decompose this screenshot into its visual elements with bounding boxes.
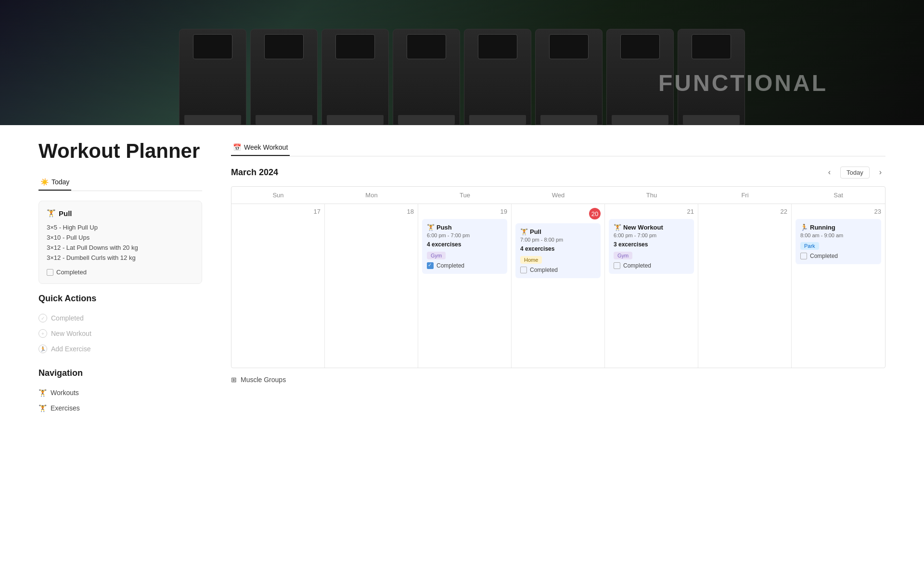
quick-action-add-exercise-label: Add Exercise [51, 345, 90, 353]
main-content: Workout Planner ☀️ Today 🏋 Pull 3×5 - Hi… [0, 125, 924, 416]
left-panel: Workout Planner ☀️ Today 🏋 Pull 3×5 - Hi… [38, 125, 221, 416]
calendar-days-header: Sun Mon Tue Wed Thu Fri Sat [231, 187, 885, 204]
calendar-prev-button[interactable]: ‹ [824, 166, 834, 179]
cell-date-21: 21 [609, 208, 694, 215]
cell-date-20: 20 [589, 208, 601, 219]
event-push[interactable]: 🏋 Push 6:00 pm - 7:00 pm 4 excercises Gy… [422, 219, 507, 274]
day-header-fri: Fri [698, 187, 792, 204]
muscle-groups-section[interactable]: ⊞ Muscle Groups [231, 376, 886, 384]
event-running-title: 🏃 Running [800, 224, 876, 231]
event-new-workout-excercises: 3 excercises [614, 241, 689, 248]
page-title: Workout Planner [38, 140, 202, 163]
calendar-next-button[interactable]: › [875, 166, 886, 179]
nav-exercises[interactable]: 🏋 Exercises [38, 400, 202, 416]
treadmill-4 [393, 29, 460, 125]
workout-completed-label: Completed [56, 269, 87, 276]
event-running-tag: Park [800, 242, 819, 250]
exercise-2: 3×10 - Pull Ups [47, 232, 194, 243]
quick-action-new-workout-label: New Workout [51, 330, 91, 337]
event-new-workout-completed-row[interactable]: Completed [614, 262, 689, 269]
event-new-workout-completed-label: Completed [623, 262, 651, 269]
workout-card-title: 🏋 Pull [47, 209, 194, 218]
day-header-thu: Thu [605, 187, 698, 204]
exercise-3: 3×12 - Lat Pull Downs with 20 kg [47, 243, 194, 253]
event-pull-completed-checkbox[interactable] [520, 267, 527, 273]
cell-date-22: 22 [702, 208, 787, 215]
event-running-completed-checkbox[interactable] [800, 253, 807, 259]
calendar-cell-sat: 23 🏃 Running 8:00 am - 9:00 am Park Comp… [792, 204, 885, 368]
tab-today[interactable]: ☀️ Today [38, 174, 71, 191]
event-pull[interactable]: 🏋 Pull 7:00 pm - 8:00 pm 4 excercises Ho… [515, 223, 601, 278]
calendar-grid: Sun Mon Tue Wed Thu Fri Sat 17 18 [231, 186, 886, 368]
day-header-sat: Sat [792, 187, 885, 204]
event-running-completed-row[interactable]: Completed [800, 253, 876, 259]
day-header-mon: Mon [325, 187, 418, 204]
event-running-completed-label: Completed [810, 253, 838, 259]
quick-action-new-workout[interactable]: + New Workout [38, 326, 202, 341]
quick-action-completed[interactable]: ✓ Completed [38, 310, 202, 326]
cell-date-23: 23 [796, 208, 881, 215]
calendar-cell-tue: 19 🏋 Push 6:00 pm - 7:00 pm 4 excercises… [418, 204, 512, 368]
nav-exercises-label: Exercises [51, 404, 80, 412]
quick-action-completed-label: Completed [51, 314, 84, 322]
treadmill-1 [179, 29, 246, 125]
tab-week-workout[interactable]: 📅 Week Workout [231, 140, 290, 156]
today-workout-card: 🏋 Pull 3×5 - High Pull Up 3×10 - Pull Up… [38, 201, 202, 284]
event-push-completed-checkbox[interactable] [427, 262, 434, 269]
treadmill-5 [464, 29, 531, 125]
day-header-tue: Tue [418, 187, 512, 204]
event-pull-title: 🏋 Pull [520, 228, 596, 235]
event-new-workout-icon: 🏋 [614, 224, 621, 231]
event-running[interactable]: 🏃 Running 8:00 am - 9:00 am Park Complet… [796, 219, 881, 264]
event-push-icon: 🏋 [427, 224, 435, 231]
calendar-cell-fri: 22 [698, 204, 792, 368]
workout-title: Pull [59, 209, 72, 218]
event-pull-icon: 🏋 [520, 228, 528, 235]
nav-workouts[interactable]: 🏋 Workouts [38, 385, 202, 400]
calendar-week-row: 17 18 19 🏋 Push 6:00 pm - 7:00 pm [231, 204, 885, 368]
event-pull-excercises: 4 excercises [520, 245, 596, 252]
day-header-wed: Wed [512, 187, 605, 204]
event-new-workout[interactable]: 🏋 New Workout 6:00 pm - 7:00 pm 3 excerc… [609, 219, 694, 274]
event-pull-tag: Home [520, 256, 542, 264]
event-push-title: 🏋 Push [427, 224, 502, 231]
calendar-month: March 2024 [231, 167, 278, 178]
completed-check-icon: ✓ [38, 314, 47, 322]
event-push-tag: Gym [427, 252, 446, 259]
right-panel: 📅 Week Workout March 2024 ‹ Today › Sun … [221, 125, 886, 416]
workout-completed-row[interactable]: Completed [47, 269, 194, 276]
quick-action-add-exercise[interactable]: 🏃 Add Exercise [38, 341, 202, 357]
event-new-workout-tag: Gym [614, 252, 632, 259]
calendar-today-button[interactable]: Today [840, 167, 870, 179]
muscle-groups-grid-icon: ⊞ [231, 376, 237, 384]
event-new-workout-time: 6:00 pm - 7:00 pm [614, 232, 689, 238]
add-exercise-person-icon: 🏃 [38, 345, 47, 353]
hero-treadmills [0, 0, 924, 125]
nav-workouts-dumbbell-icon: 🏋 [38, 389, 47, 397]
event-push-excercises: 4 excercises [427, 241, 502, 248]
event-push-completed-row[interactable]: Completed [427, 262, 502, 269]
tab-bar: ☀️ Today [38, 174, 202, 191]
week-calendar-icon: 📅 [233, 143, 241, 151]
workout-completed-checkbox[interactable] [47, 269, 53, 276]
event-pull-completed-row[interactable]: Completed [520, 267, 596, 273]
new-workout-plus-icon: + [38, 329, 47, 338]
day-header-sun: Sun [231, 187, 325, 204]
calendar-cell-sun: 17 [231, 204, 325, 368]
exercise-4: 3×12 - Dumbell Curls with 12 kg [47, 253, 194, 263]
workout-dumbbell-icon: 🏋 [47, 209, 56, 218]
cell-date-19: 19 [422, 208, 507, 215]
quick-actions-title: Quick Actions [38, 294, 202, 304]
muscle-groups-label: Muscle Groups [241, 376, 286, 384]
calendar-cell-mon: 18 [325, 204, 418, 368]
tab-week-label: Week Workout [244, 143, 288, 151]
cell-date-17: 17 [235, 208, 321, 215]
event-pull-time: 7:00 pm - 8:00 pm [520, 237, 596, 243]
week-tab-bar: 📅 Week Workout [231, 140, 886, 156]
calendar-header: March 2024 ‹ Today › [231, 166, 886, 179]
quick-actions-section: Quick Actions ✓ Completed + New Workout … [38, 294, 202, 357]
event-push-completed-label: Completed [436, 262, 464, 269]
treadmill-3 [321, 29, 389, 125]
navigation-title: Navigation [38, 368, 202, 378]
event-new-workout-completed-checkbox[interactable] [614, 262, 620, 269]
